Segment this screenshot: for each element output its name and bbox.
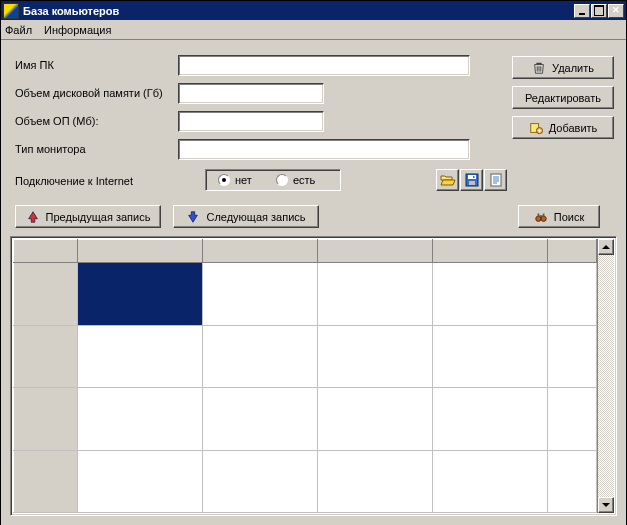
grid-row[interactable]	[14, 325, 597, 388]
grid-header-row	[14, 240, 597, 263]
disk-field[interactable]	[178, 83, 324, 104]
radio-no-label: нет	[235, 174, 252, 186]
svg-rect-21	[539, 215, 543, 217]
maximize-icon	[594, 5, 604, 16]
grid-cell[interactable]	[548, 388, 597, 451]
scroll-track[interactable]	[598, 255, 614, 497]
next-record-button[interactable]: Следующая запись	[173, 205, 319, 228]
minimize-button[interactable]	[574, 4, 590, 18]
col-header[interactable]	[548, 240, 597, 263]
grid-cell[interactable]	[203, 388, 318, 451]
grid-cell-selected[interactable]	[78, 263, 203, 326]
grid-cell[interactable]	[78, 325, 203, 388]
row-header-corner[interactable]	[14, 240, 78, 263]
radio-dot-icon	[222, 178, 226, 182]
label-internet: Подключение к Internet	[15, 175, 133, 187]
application-window: База комьютеров ✕ Файл Информация Имя ПК…	[0, 0, 627, 525]
monitor-field[interactable]	[178, 139, 470, 160]
vertical-scrollbar[interactable]	[597, 239, 614, 513]
search-label: Поиск	[554, 211, 584, 223]
monitor-input[interactable]	[179, 140, 469, 159]
grid-cell[interactable]	[203, 325, 318, 388]
grid-table	[13, 239, 597, 513]
col-header[interactable]	[318, 240, 433, 263]
svg-rect-3	[473, 176, 475, 178]
menu-info[interactable]: Информация	[44, 24, 111, 36]
titlebar: База комьютеров ✕	[1, 1, 626, 20]
label-ram: Объем ОП (Мб):	[15, 115, 98, 127]
grid-row[interactable]	[14, 388, 597, 451]
delete-label: Удалить	[552, 62, 594, 74]
grid-row[interactable]	[14, 450, 597, 513]
delete-button[interactable]: Удалить	[512, 56, 614, 79]
arrow-up-icon	[26, 210, 40, 224]
row-header[interactable]	[14, 263, 78, 326]
grid-cell[interactable]	[548, 325, 597, 388]
svg-rect-19	[537, 213, 539, 217]
disk-input[interactable]	[179, 84, 323, 103]
svg-rect-2	[469, 181, 475, 185]
ram-field[interactable]	[178, 111, 324, 132]
search-button[interactable]: Поиск	[518, 205, 600, 228]
menu-file[interactable]: Файл	[5, 24, 32, 36]
minimize-icon	[579, 13, 585, 15]
grid-cell[interactable]	[548, 263, 597, 326]
add-button[interactable]: Добавить	[512, 116, 614, 139]
client-area: Имя ПК Объем дисковой памяти (Гб) Объем …	[1, 40, 626, 525]
grid-cell[interactable]	[318, 325, 433, 388]
pc-name-input[interactable]	[179, 56, 469, 75]
radio-yes-label: есть	[293, 174, 315, 186]
grid-cell[interactable]	[318, 450, 433, 513]
pc-name-field[interactable]	[178, 55, 470, 76]
grid-cell[interactable]	[203, 263, 318, 326]
row-header[interactable]	[14, 450, 78, 513]
data-grid[interactable]	[10, 236, 617, 516]
label-monitor: Тип монитора	[15, 143, 86, 155]
scroll-up-button[interactable]	[598, 239, 614, 255]
row-header[interactable]	[14, 388, 78, 451]
maximize-button[interactable]	[591, 4, 607, 18]
radio-yes-circle	[276, 174, 288, 186]
scroll-down-button[interactable]	[598, 497, 614, 513]
ram-input[interactable]	[179, 112, 323, 131]
binoculars-icon	[534, 210, 548, 224]
svg-rect-4	[491, 174, 501, 186]
next-label: Следующая запись	[206, 211, 305, 223]
trash-icon	[532, 61, 546, 75]
chevron-up-icon	[602, 245, 610, 249]
edit-button[interactable]: Редактировать	[512, 86, 614, 109]
grid-cell[interactable]	[433, 388, 548, 451]
label-pc-name: Имя ПК	[15, 59, 54, 71]
report-button[interactable]	[484, 169, 507, 191]
grid-cell[interactable]	[318, 388, 433, 451]
radio-yes[interactable]: есть	[276, 174, 315, 186]
prev-label: Предыдущая запись	[46, 211, 151, 223]
grid-cell[interactable]	[318, 263, 433, 326]
save-button[interactable]	[460, 169, 483, 191]
grid-cell[interactable]	[203, 450, 318, 513]
radio-no[interactable]: нет	[218, 174, 252, 186]
grid-cell[interactable]	[548, 450, 597, 513]
close-icon: ✕	[612, 6, 620, 15]
prev-record-button[interactable]: Предыдущая запись	[15, 205, 161, 228]
close-button[interactable]: ✕	[608, 4, 624, 18]
add-label: Добавить	[549, 122, 598, 134]
col-header[interactable]	[78, 240, 203, 263]
window-title: База комьютеров	[23, 5, 119, 17]
add-record-icon	[529, 121, 543, 135]
grid-row[interactable]	[14, 263, 597, 326]
arrow-down-icon	[186, 210, 200, 224]
grid-cell[interactable]	[433, 263, 548, 326]
menubar: Файл Информация	[1, 20, 626, 40]
floppy-icon	[464, 172, 480, 188]
col-header[interactable]	[203, 240, 318, 263]
col-header[interactable]	[433, 240, 548, 263]
grid-cell[interactable]	[78, 450, 203, 513]
grid-cell[interactable]	[433, 450, 548, 513]
app-icon	[3, 3, 19, 19]
grid-cell[interactable]	[78, 388, 203, 451]
row-header[interactable]	[14, 325, 78, 388]
grid-cell[interactable]	[433, 325, 548, 388]
open-button[interactable]	[436, 169, 459, 191]
chevron-down-icon	[602, 503, 610, 507]
